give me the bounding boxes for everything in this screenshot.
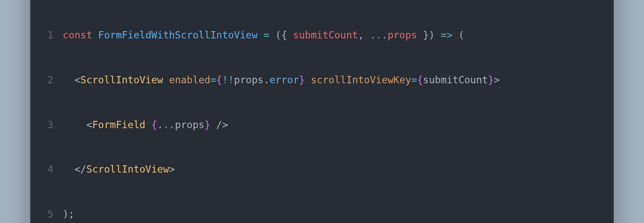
- code-line: 5 );: [42, 207, 602, 222]
- token: =: [264, 29, 270, 41]
- token: }): [417, 29, 441, 41]
- token: enabled: [169, 74, 210, 85]
- line-number: 3: [42, 117, 63, 132]
- token: ...: [157, 119, 175, 130]
- token: }: [488, 74, 494, 85]
- line-content: <ScrollIntoView enabled={!!props.error} …: [63, 73, 602, 88]
- token: props: [175, 119, 204, 130]
- token: FormFieldWithScrollIntoView: [98, 29, 258, 41]
- token: {: [417, 74, 423, 85]
- line-content: );: [63, 207, 602, 222]
- line-number: 4: [42, 162, 63, 177]
- token: [92, 29, 98, 41]
- line-content: <FormField {...props} />: [63, 117, 602, 132]
- token: submitCount: [293, 29, 358, 41]
- token: (: [453, 29, 464, 41]
- token: {: [151, 119, 157, 130]
- token: [305, 74, 311, 85]
- token: </: [63, 164, 86, 175]
- token: [145, 119, 151, 130]
- code-line: 2 <ScrollIntoView enabled={!!props.error…: [42, 73, 602, 88]
- code-area: 1 const FormFieldWithScrollIntoView = ({…: [30, 0, 614, 223]
- token: .: [264, 74, 270, 85]
- token: error: [270, 74, 299, 85]
- line-number: 5: [42, 207, 63, 222]
- token: }: [204, 119, 210, 130]
- code-line: 4 </ScrollIntoView>: [42, 162, 602, 177]
- token: {: [216, 74, 222, 85]
- token: [163, 74, 169, 85]
- token: ...: [370, 29, 388, 41]
- token: props: [234, 74, 264, 85]
- token: <: [63, 74, 81, 85]
- token: ScrollIntoView: [81, 74, 163, 85]
- token: !!: [222, 74, 234, 85]
- token: scrollIntoViewKey: [311, 74, 411, 85]
- code-line: 1 const FormFieldWithScrollIntoView = ({…: [42, 28, 602, 43]
- line-number: 1: [42, 28, 63, 43]
- line-content: const FormFieldWithScrollIntoView = ({ s…: [63, 28, 602, 43]
- token: props: [388, 29, 417, 41]
- token: FormField: [92, 119, 145, 130]
- token: =>: [441, 29, 453, 41]
- token: }: [299, 74, 305, 85]
- token: =: [210, 74, 216, 85]
- code-window: 1 const FormFieldWithScrollIntoView = ({…: [30, 0, 614, 223]
- token: >: [169, 164, 175, 175]
- token: />: [210, 119, 228, 130]
- token: ScrollIntoView: [86, 164, 169, 175]
- token: <: [63, 119, 92, 130]
- token: [258, 29, 264, 41]
- token: =: [411, 74, 417, 85]
- line-content: </ScrollIntoView>: [63, 162, 602, 177]
- token: >: [494, 74, 500, 85]
- token: ({: [270, 29, 293, 41]
- token: const: [63, 29, 92, 41]
- code-line: 3 <FormField {...props} />: [42, 117, 602, 132]
- token: );: [63, 208, 75, 220]
- token: submitCount: [423, 74, 488, 85]
- token: ,: [358, 29, 370, 41]
- line-number: 2: [42, 73, 63, 88]
